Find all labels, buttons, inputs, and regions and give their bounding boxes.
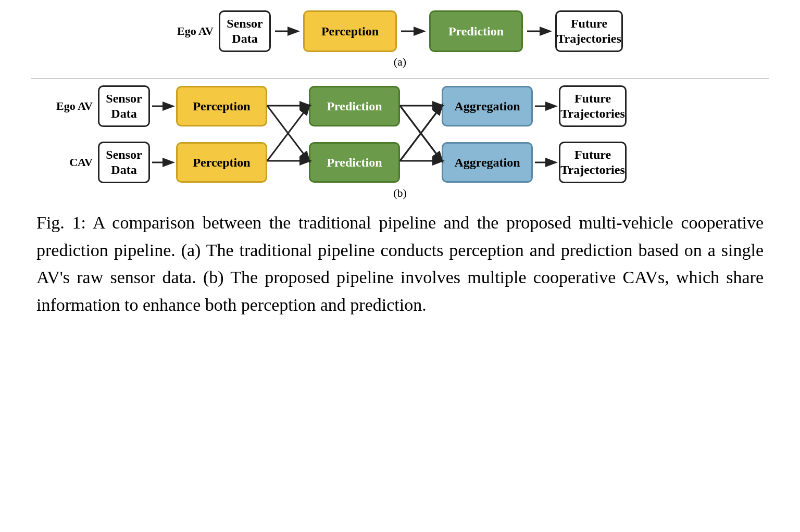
prediction-text-a: Prediction (448, 24, 504, 39)
arrow-b1 (150, 101, 176, 111)
diagram-b: Ego AV Sensor Data Perception Prediction (31, 85, 769, 200)
prediction-box-a: Prediction (429, 10, 523, 52)
ego-av-label-b: Ego AV (51, 99, 98, 113)
arrow-b6 (533, 157, 559, 168)
cross-section-top2 (400, 86, 442, 126)
aggregation-box-b1: Aggregation (442, 86, 533, 126)
arrow-1a (274, 25, 300, 37)
diagram-b-caption: (b) (393, 186, 407, 200)
diagram-a: Ego AV Sensor Data Perception Prediction (31, 10, 769, 69)
arrow-3a (526, 25, 552, 37)
future-traj-text-a: Future Trajectories (557, 16, 621, 46)
sensor-data-text-a: Sensor Data (227, 16, 262, 46)
pipeline-row-a: Ego AV Sensor Data Perception Prediction (177, 10, 623, 52)
aggregation-box-b2: Aggregation (442, 142, 533, 183)
arrow-b4 (150, 157, 176, 168)
cav-label-b: CAV (51, 156, 98, 169)
figure-caption: Fig. 1: A comparison between the traditi… (31, 209, 769, 319)
ego-av-label-a: Ego AV (177, 24, 219, 38)
arrow-2a (400, 25, 426, 37)
future-traj-box-b1: Future Trajectories (559, 85, 627, 127)
b-row-ego: Ego AV Sensor Data Perception Prediction (51, 85, 627, 127)
perception-box-a: Perception (303, 10, 397, 52)
main-container: Ego AV Sensor Data Perception Prediction (31, 10, 769, 319)
sensor-data-box-b1: Sensor Data (98, 85, 150, 127)
arrow-b3 (533, 101, 559, 111)
future-traj-box-a: Future Trajectories (555, 10, 623, 52)
b-row-cav: CAV Sensor Data Perception Prediction (51, 142, 627, 183)
cross-section-bottom (267, 142, 309, 183)
diagram-b-content: Ego AV Sensor Data Perception Prediction (51, 85, 749, 183)
sensor-data-box-a: Sensor Data (219, 10, 271, 52)
sensor-data-box-b2: Sensor Data (98, 142, 150, 183)
prediction-box-b2: Prediction (309, 142, 400, 183)
perception-box-b2: Perception (176, 142, 267, 183)
section-divider (31, 78, 769, 79)
cross-section-top (267, 86, 309, 126)
cross-section-bottom2 (400, 142, 442, 183)
perception-text-a: Perception (321, 24, 379, 39)
diagram-a-caption: (a) (394, 55, 406, 69)
perception-box-b1: Perception (176, 86, 267, 126)
prediction-box-b1: Prediction (309, 86, 400, 126)
future-traj-box-b2: Future Trajectories (559, 142, 627, 183)
